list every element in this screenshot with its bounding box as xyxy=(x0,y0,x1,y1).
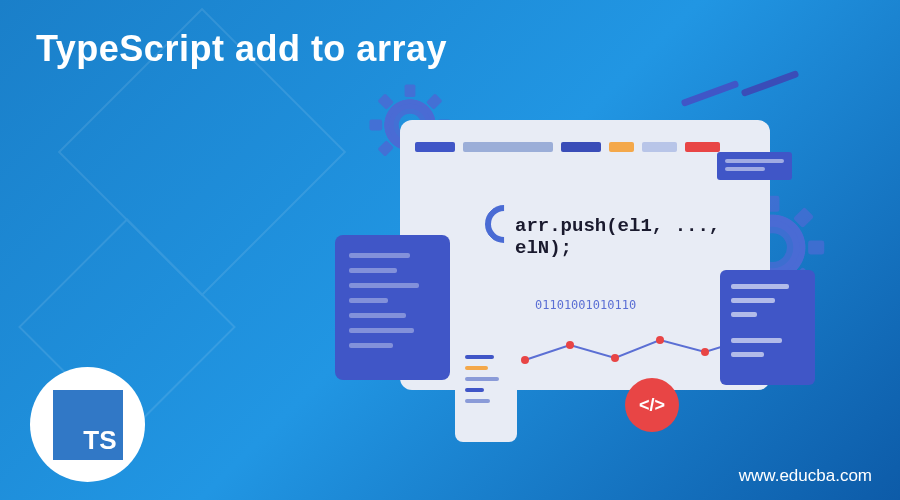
panel-line xyxy=(465,388,484,392)
panel-line xyxy=(465,377,499,381)
website-url: www.educba.com xyxy=(739,466,872,486)
svg-rect-15 xyxy=(793,207,814,228)
panel-line xyxy=(349,253,410,258)
tablet-panel xyxy=(335,235,450,380)
code-badge-icon: </> xyxy=(625,378,679,432)
svg-point-19 xyxy=(566,341,574,349)
bar-item xyxy=(561,142,601,152)
panel-line xyxy=(349,298,388,303)
panel-line xyxy=(349,343,393,348)
svg-rect-13 xyxy=(808,241,824,255)
panel-line xyxy=(349,268,397,273)
phone-panel xyxy=(455,337,517,442)
panel-line xyxy=(349,313,406,318)
typescript-logo xyxy=(30,367,145,482)
panel-line xyxy=(465,366,488,370)
svg-rect-3 xyxy=(370,120,383,131)
bar-item xyxy=(642,142,677,152)
card-line xyxy=(725,167,765,171)
panel-line xyxy=(349,283,419,288)
panel-line xyxy=(731,338,782,343)
bar-item xyxy=(609,142,634,152)
panel-line xyxy=(349,328,414,333)
slant-bar xyxy=(681,80,740,107)
svg-rect-7 xyxy=(377,140,394,157)
code-snippet: arr.push(el1, ..., elN); xyxy=(515,215,770,259)
panel-line xyxy=(465,355,494,359)
page-title: TypeScript add to array xyxy=(36,28,447,70)
monitor-header-bars xyxy=(415,132,755,162)
panel-line xyxy=(731,352,764,357)
svg-point-22 xyxy=(701,348,709,356)
ts-logo-square xyxy=(53,390,123,460)
panel-line xyxy=(465,399,490,403)
svg-rect-6 xyxy=(426,93,443,110)
svg-rect-5 xyxy=(377,93,394,110)
card-line xyxy=(725,159,784,163)
bar-item xyxy=(463,142,553,152)
side-card-panel xyxy=(720,270,815,385)
code-symbol: </> xyxy=(639,395,665,416)
bar-item xyxy=(415,142,455,152)
svg-point-21 xyxy=(656,336,664,344)
small-card xyxy=(717,152,792,180)
panel-line xyxy=(731,312,757,317)
panel-line xyxy=(731,298,775,303)
svg-point-18 xyxy=(521,356,529,364)
bar-item xyxy=(685,142,720,152)
svg-rect-1 xyxy=(405,85,416,98)
binary-text: 01101001010110 xyxy=(535,298,636,312)
hero-illustration: arr.push(el1, ..., elN); 01101001010110 xyxy=(320,80,820,460)
panel-line xyxy=(731,284,789,289)
svg-point-20 xyxy=(611,354,619,362)
